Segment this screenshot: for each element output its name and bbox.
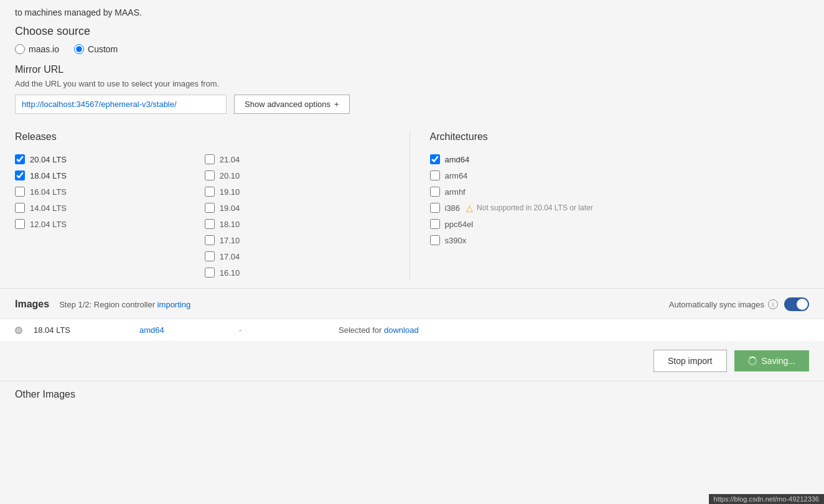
release-label-19-04: 19.04	[220, 203, 240, 213]
releases-grid: 20.04 LTS 18.04 LTS 16.04 LTS 14.04 LTS	[15, 151, 395, 281]
top-text-content: to machines managed by MAAS.	[15, 7, 142, 17]
architectures-title: Architectures	[430, 131, 810, 142]
release-label-14-04: 14.04 LTS	[30, 203, 67, 213]
radio-custom[interactable]	[74, 44, 84, 54]
release-label-21-04: 21.04	[220, 155, 240, 164]
images-footer: Images Step 1/2: Region controller impor…	[0, 288, 824, 381]
release-item-17-04: 17.04	[205, 248, 395, 264]
choose-source-section: Choose source maas.io Custom	[0, 17, 824, 59]
status-dot	[15, 327, 22, 334]
release-item-20-04: 20.04 LTS	[15, 151, 205, 167]
releases-title: Releases	[15, 131, 395, 142]
image-row-18-04: 18.04 LTS amd64 - Selected for download	[0, 319, 824, 341]
auto-sync-text: Automatically sync images	[669, 300, 764, 309]
release-checkbox-17-04[interactable]	[205, 251, 215, 261]
release-item-17-10: 17.10	[205, 232, 395, 248]
images-step: Step 1/2: Region controller importing	[59, 300, 190, 309]
arch-checkbox-ppc64el[interactable]	[430, 219, 440, 229]
release-item-19-10: 19.10	[205, 184, 395, 200]
release-item-19-04: 19.04	[205, 200, 395, 216]
arch-checkbox-arm64[interactable]	[430, 170, 440, 180]
radio-option-maasio[interactable]: maas.io	[15, 44, 59, 54]
arch-item-i386: i386 △ Not supported in 20.04 LTS or lat…	[430, 200, 810, 216]
release-label-12-04: 12.04 LTS	[30, 220, 67, 229]
release-checkbox-14-04[interactable]	[15, 203, 25, 213]
release-checkbox-18-10[interactable]	[205, 219, 215, 229]
releases-column: Releases 20.04 LTS 18.04 LTS 16.04 LTS	[15, 131, 410, 281]
page-wrapper: to machines managed by MAAS. Choose sour…	[0, 0, 824, 504]
arch-item-amd64: amd64	[430, 151, 810, 167]
arch-item-s390x: s390x	[430, 232, 810, 248]
release-checkbox-18-04[interactable]	[15, 170, 25, 180]
saving-button[interactable]: Saving...	[734, 350, 809, 371]
download-link[interactable]: download	[384, 325, 419, 335]
arch-label-amd64: amd64	[445, 155, 470, 164]
release-checkbox-19-04[interactable]	[205, 203, 215, 213]
release-item-14-04: 14.04 LTS	[15, 200, 205, 216]
release-item-16-04: 16.04 LTS	[15, 184, 205, 200]
image-status-indicator	[15, 327, 27, 334]
images-title: Images	[15, 299, 49, 310]
saving-spinner	[748, 357, 757, 365]
arch-checkbox-i386[interactable]	[430, 203, 440, 213]
images-right: Automatically sync images i	[669, 297, 809, 311]
release-checkbox-17-10[interactable]	[205, 235, 215, 245]
mirror-url-title: Mirror URL	[15, 64, 809, 75]
radio-maasio-label: maas.io	[29, 44, 59, 54]
other-images-title: Other Images	[15, 389, 809, 400]
release-label-20-10: 20.10	[220, 171, 240, 180]
release-label-16-04: 16.04 LTS	[30, 187, 67, 197]
releases-arch-row: Releases 20.04 LTS 18.04 LTS 16.04 LTS	[0, 124, 824, 288]
arch-item-arm64: arm64	[430, 167, 810, 184]
radio-maasio[interactable]	[15, 44, 25, 54]
release-label-19-10: 19.10	[220, 187, 240, 197]
arch-checkbox-amd64[interactable]	[430, 154, 440, 164]
release-checkbox-16-04[interactable]	[15, 187, 25, 197]
image-dash: -	[239, 325, 339, 335]
radio-custom-label: Custom	[88, 44, 118, 54]
arch-label-armhf: armhf	[445, 187, 466, 197]
mirror-url-section: Mirror URL Add the URL you want to use t…	[0, 59, 824, 124]
release-label-17-04: 17.04	[220, 252, 240, 261]
arch-checkbox-armhf[interactable]	[430, 187, 440, 197]
radio-option-custom[interactable]: Custom	[74, 44, 118, 54]
stop-import-button[interactable]: Stop import	[653, 350, 727, 372]
i386-warning: △ Not supported in 20.04 LTS or later	[466, 203, 593, 213]
top-description: to machines managed by MAAS.	[0, 0, 824, 17]
releases-left-col: 20.04 LTS 18.04 LTS 16.04 LTS 14.04 LTS	[15, 151, 205, 281]
release-item-16-10: 16.10	[205, 264, 395, 281]
choose-source-title: Choose source	[15, 25, 809, 38]
mirror-url-desc: Add the URL you want to use to select yo…	[15, 79, 809, 88]
release-checkbox-20-04[interactable]	[15, 154, 25, 164]
release-label-17-10: 17.10	[220, 236, 240, 245]
auto-sync-toggle[interactable]	[784, 297, 809, 311]
release-item-21-04: 21.04	[205, 151, 395, 167]
arch-label-i386: i386	[445, 203, 461, 213]
image-version: 18.04 LTS	[27, 325, 139, 335]
releases-right-col: 21.04 20.10 19.10 19.04	[205, 151, 395, 281]
arch-label-arm64: arm64	[445, 171, 468, 180]
source-radio-group: maas.io Custom	[15, 44, 809, 54]
image-arch: amd64	[139, 325, 239, 335]
release-label-18-10: 18.10	[220, 220, 240, 229]
plus-icon: +	[334, 100, 339, 109]
advanced-options-button[interactable]: Show advanced options +	[234, 95, 350, 114]
release-item-12-04: 12.04 LTS	[15, 216, 205, 232]
release-checkbox-20-10[interactable]	[205, 170, 215, 180]
arch-item-armhf: armhf	[430, 184, 810, 200]
release-checkbox-16-10[interactable]	[205, 268, 215, 278]
toggle-knob	[797, 299, 808, 310]
info-icon[interactable]: i	[768, 299, 778, 309]
footer-actions: Stop import Saving...	[0, 341, 824, 381]
images-header: Images Step 1/2: Region controller impor…	[0, 289, 824, 319]
release-checkbox-21-04[interactable]	[205, 154, 215, 164]
importing-link[interactable]: importing	[157, 300, 190, 309]
warning-icon: △	[466, 203, 473, 213]
release-checkbox-19-10[interactable]	[205, 187, 215, 197]
auto-sync-label: Automatically sync images i	[669, 299, 778, 309]
i386-warning-text: Not supported in 20.04 LTS or later	[477, 203, 593, 212]
architectures-column: Architectures amd64 arm64 armhf i386 △ N…	[410, 131, 810, 281]
release-checkbox-12-04[interactable]	[15, 219, 25, 229]
url-input[interactable]	[15, 95, 227, 114]
arch-checkbox-s390x[interactable]	[430, 235, 440, 245]
